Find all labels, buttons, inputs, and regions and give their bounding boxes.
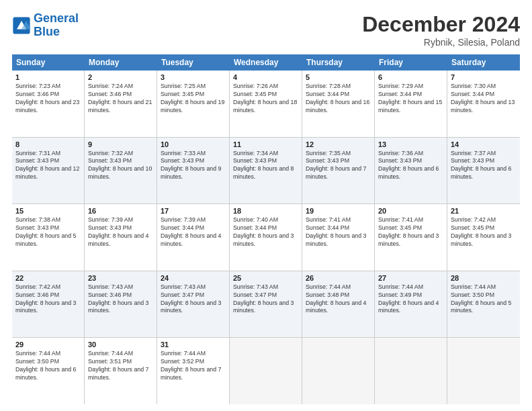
calendar-cell-3-6: 21Sunrise: 7:42 AMSunset: 3:45 PMDayligh… xyxy=(447,204,520,271)
calendar-cell-1-3: 4Sunrise: 7:26 AMSunset: 3:45 PMDaylight… xyxy=(230,71,302,137)
day-number: 19 xyxy=(306,207,371,215)
cell-info: Sunrise: 7:36 AMSunset: 3:43 PMDaylight:… xyxy=(378,150,443,182)
calendar-cell-5-5 xyxy=(375,338,447,404)
cell-info: Sunrise: 7:23 AMSunset: 3:46 PMDaylight:… xyxy=(15,83,81,115)
calendar-cell-5-3 xyxy=(230,338,302,404)
day-number: 11 xyxy=(233,140,298,148)
calendar-cell-2-6: 14Sunrise: 7:37 AMSunset: 3:43 PMDayligh… xyxy=(447,138,520,204)
calendar-cell-1-5: 6Sunrise: 7:29 AMSunset: 3:44 PMDaylight… xyxy=(375,71,447,137)
cell-info: Sunrise: 7:38 AMSunset: 3:43 PMDaylight:… xyxy=(15,216,81,248)
day-number: 28 xyxy=(451,274,517,282)
day-number: 22 xyxy=(15,274,81,282)
day-number: 1 xyxy=(15,73,81,81)
day-number: 16 xyxy=(88,207,153,215)
day-number: 12 xyxy=(306,140,371,148)
day-number: 21 xyxy=(451,207,517,215)
cell-info: Sunrise: 7:41 AMSunset: 3:45 PMDaylight:… xyxy=(378,216,443,248)
day-number: 13 xyxy=(378,140,443,148)
cell-info: Sunrise: 7:25 AMSunset: 3:45 PMDaylight:… xyxy=(161,83,226,115)
day-number: 3 xyxy=(161,73,226,81)
cell-info: Sunrise: 7:44 AMSunset: 3:50 PMDaylight:… xyxy=(451,283,517,316)
calendar-cell-3-1: 16Sunrise: 7:39 AMSunset: 3:43 PMDayligh… xyxy=(85,204,157,271)
header-wednesday: Wednesday xyxy=(230,54,302,71)
calendar-cell-2-1: 9Sunrise: 7:32 AMSunset: 3:43 PMDaylight… xyxy=(85,138,157,204)
cell-info: Sunrise: 7:34 AMSunset: 3:43 PMDaylight:… xyxy=(233,150,298,182)
calendar-cell-4-1: 23Sunrise: 7:43 AMSunset: 3:46 PMDayligh… xyxy=(85,271,157,338)
calendar-week-5: 29Sunrise: 7:44 AMSunset: 3:50 PMDayligh… xyxy=(12,338,520,404)
cell-info: Sunrise: 7:35 AMSunset: 3:43 PMDaylight:… xyxy=(306,150,371,182)
cell-info: Sunrise: 7:40 AMSunset: 3:44 PMDaylight:… xyxy=(233,216,298,248)
cell-info: Sunrise: 7:44 AMSunset: 3:51 PMDaylight:… xyxy=(88,350,153,382)
page: General Blue December 2024 Rybnik, Siles… xyxy=(0,0,532,411)
header-thursday: Thursday xyxy=(302,54,375,71)
header: General Blue December 2024 Rybnik, Siles… xyxy=(12,12,520,48)
logo-icon xyxy=(12,16,31,35)
calendar-cell-5-0: 29Sunrise: 7:44 AMSunset: 3:50 PMDayligh… xyxy=(12,338,85,404)
calendar-cell-4-2: 24Sunrise: 7:43 AMSunset: 3:47 PMDayligh… xyxy=(157,271,230,338)
cell-info: Sunrise: 7:44 AMSunset: 3:49 PMDaylight:… xyxy=(378,283,443,316)
cell-info: Sunrise: 7:43 AMSunset: 3:47 PMDaylight:… xyxy=(161,283,226,316)
calendar-cell-5-1: 30Sunrise: 7:44 AMSunset: 3:51 PMDayligh… xyxy=(85,338,157,404)
month-title: December 2024 xyxy=(362,12,520,37)
calendar-cell-2-2: 10Sunrise: 7:33 AMSunset: 3:43 PMDayligh… xyxy=(157,138,230,204)
location: Rybnik, Silesia, Poland xyxy=(362,37,520,48)
calendar-cell-4-3: 25Sunrise: 7:43 AMSunset: 3:47 PMDayligh… xyxy=(230,271,302,338)
calendar-cell-5-2: 31Sunrise: 7:44 AMSunset: 3:52 PMDayligh… xyxy=(157,338,230,404)
day-number: 18 xyxy=(233,207,298,215)
calendar-cell-3-5: 20Sunrise: 7:41 AMSunset: 3:45 PMDayligh… xyxy=(375,204,447,271)
day-number: 26 xyxy=(306,274,371,282)
calendar-cell-2-0: 8Sunrise: 7:31 AMSunset: 3:43 PMDaylight… xyxy=(12,138,85,204)
calendar-cell-1-6: 7Sunrise: 7:30 AMSunset: 3:44 PMDaylight… xyxy=(447,71,520,137)
cell-info: Sunrise: 7:44 AMSunset: 3:48 PMDaylight:… xyxy=(306,283,371,316)
calendar-cell-3-3: 18Sunrise: 7:40 AMSunset: 3:44 PMDayligh… xyxy=(230,204,302,271)
calendar-header: Sunday Monday Tuesday Wednesday Thursday… xyxy=(12,54,520,71)
day-number: 17 xyxy=(161,207,226,215)
day-number: 30 xyxy=(88,340,153,349)
cell-info: Sunrise: 7:33 AMSunset: 3:43 PMDaylight:… xyxy=(161,150,226,182)
header-monday: Monday xyxy=(85,54,157,71)
logo-line1: General xyxy=(34,11,79,25)
calendar-cell-5-6 xyxy=(447,338,520,404)
calendar-week-1: 1Sunrise: 7:23 AMSunset: 3:46 PMDaylight… xyxy=(12,71,520,138)
day-number: 31 xyxy=(161,340,226,349)
day-number: 27 xyxy=(378,274,443,282)
cell-info: Sunrise: 7:26 AMSunset: 3:45 PMDaylight:… xyxy=(233,83,298,115)
day-number: 14 xyxy=(451,140,517,148)
day-number: 20 xyxy=(378,207,443,215)
cell-info: Sunrise: 7:30 AMSunset: 3:44 PMDaylight:… xyxy=(451,83,517,115)
cell-info: Sunrise: 7:41 AMSunset: 3:44 PMDaylight:… xyxy=(306,216,371,248)
cell-info: Sunrise: 7:28 AMSunset: 3:44 PMDaylight:… xyxy=(306,83,371,115)
calendar-cell-2-5: 13Sunrise: 7:36 AMSunset: 3:43 PMDayligh… xyxy=(375,138,447,204)
calendar-cell-5-4 xyxy=(302,338,375,404)
cell-info: Sunrise: 7:31 AMSunset: 3:43 PMDaylight:… xyxy=(15,150,81,182)
calendar-cell-4-0: 22Sunrise: 7:42 AMSunset: 3:46 PMDayligh… xyxy=(12,271,85,338)
day-number: 5 xyxy=(306,73,371,81)
day-number: 24 xyxy=(161,274,226,282)
calendar-cell-2-4: 12Sunrise: 7:35 AMSunset: 3:43 PMDayligh… xyxy=(302,138,375,204)
cell-info: Sunrise: 7:39 AMSunset: 3:43 PMDaylight:… xyxy=(88,216,153,248)
calendar-week-2: 8Sunrise: 7:31 AMSunset: 3:43 PMDaylight… xyxy=(12,138,520,205)
logo-line2: Blue xyxy=(34,25,60,38)
calendar-cell-1-4: 5Sunrise: 7:28 AMSunset: 3:44 PMDaylight… xyxy=(302,71,375,137)
header-friday: Friday xyxy=(375,54,447,71)
cell-info: Sunrise: 7:43 AMSunset: 3:47 PMDaylight:… xyxy=(233,283,298,316)
day-number: 25 xyxy=(233,274,298,282)
calendar-cell-4-4: 26Sunrise: 7:44 AMSunset: 3:48 PMDayligh… xyxy=(302,271,375,338)
cell-info: Sunrise: 7:29 AMSunset: 3:44 PMDaylight:… xyxy=(378,83,443,115)
cell-info: Sunrise: 7:39 AMSunset: 3:44 PMDaylight:… xyxy=(161,216,226,248)
day-number: 6 xyxy=(378,73,443,81)
header-saturday: Saturday xyxy=(447,54,520,71)
calendar-cell-3-2: 17Sunrise: 7:39 AMSunset: 3:44 PMDayligh… xyxy=(157,204,230,271)
calendar-cell-4-6: 28Sunrise: 7:44 AMSunset: 3:50 PMDayligh… xyxy=(447,271,520,338)
header-sunday: Sunday xyxy=(12,54,85,71)
day-number: 23 xyxy=(88,274,153,282)
cell-info: Sunrise: 7:24 AMSunset: 3:46 PMDaylight:… xyxy=(88,83,153,115)
cell-info: Sunrise: 7:44 AMSunset: 3:52 PMDaylight:… xyxy=(161,350,226,382)
cell-info: Sunrise: 7:37 AMSunset: 3:43 PMDaylight:… xyxy=(451,150,517,182)
day-number: 8 xyxy=(15,140,81,148)
calendar-cell-2-3: 11Sunrise: 7:34 AMSunset: 3:43 PMDayligh… xyxy=(230,138,302,204)
calendar-body: 1Sunrise: 7:23 AMSunset: 3:46 PMDaylight… xyxy=(12,71,520,404)
cell-info: Sunrise: 7:42 AMSunset: 3:46 PMDaylight:… xyxy=(15,283,81,316)
day-number: 7 xyxy=(451,73,517,81)
day-number: 10 xyxy=(161,140,226,148)
